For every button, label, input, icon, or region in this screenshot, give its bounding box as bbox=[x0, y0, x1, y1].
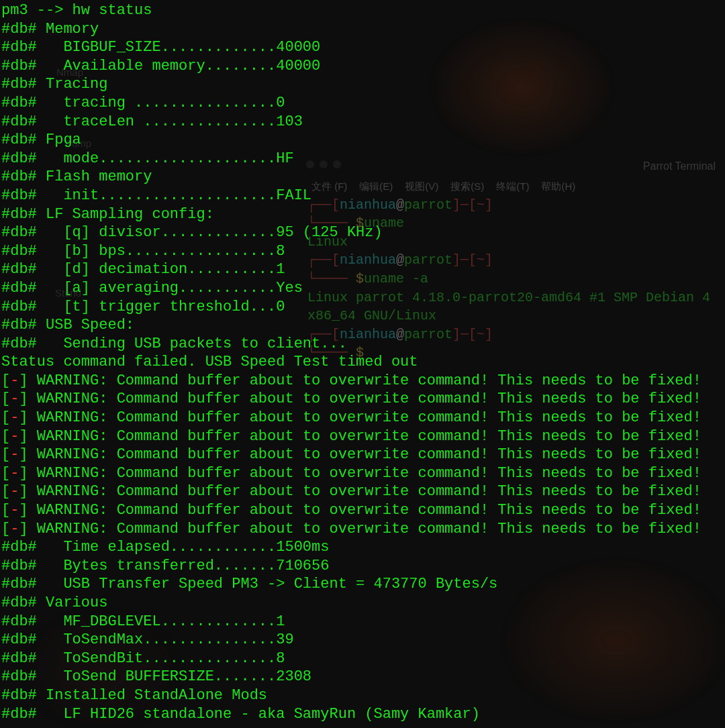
term-line: #db# LF HID26 standalone - aka SamyRun (… bbox=[1, 705, 702, 724]
term-line: #db# ToSendMax...............39 bbox=[1, 631, 702, 649]
term-line: [-] WARNING: Command buffer about to ove… bbox=[1, 427, 702, 446]
term-line: Status command failed. USB Speed Test ti… bbox=[1, 353, 702, 372]
foreground-terminal[interactable]: pm3 --> hw status#db# Memory#db# BIGBUF_… bbox=[1, 1, 702, 723]
term-line: #db# Sending USB packets to client... bbox=[1, 335, 702, 354]
term-line: #db# Fpga bbox=[1, 131, 702, 150]
term-line: #db# Flash memory bbox=[1, 168, 702, 187]
term-line: #db# mode....................HF bbox=[1, 150, 702, 168]
term-line: #db# Available memory........40000 bbox=[1, 57, 702, 76]
term-line: [-] WARNING: Command buffer about to ove… bbox=[1, 464, 702, 483]
term-line: #db# [a] averaging...........Yes bbox=[1, 279, 702, 298]
term-line: #db# Tracing bbox=[1, 75, 702, 94]
term-line: [-] WARNING: Command buffer about to ove… bbox=[1, 446, 702, 464]
term-line: #db# Memory bbox=[1, 20, 702, 39]
term-line: #db# ToSend BUFFERSIZE.......2308 bbox=[1, 668, 702, 686]
term-line: #db# init....................FAIL bbox=[1, 187, 702, 205]
term-line: #db# MF_DBGLEVEL.............1 bbox=[1, 613, 702, 631]
term-line: #db# traceLen ...............103 bbox=[1, 113, 702, 132]
term-line: [-] WARNING: Command buffer about to ove… bbox=[1, 409, 702, 427]
term-line: [-] WARNING: Command buffer about to ove… bbox=[1, 520, 702, 539]
term-line: pm3 --> hw status bbox=[1, 1, 702, 20]
term-line: #db# BIGBUF_SIZE.............40000 bbox=[1, 38, 702, 57]
term-line: #db# LF Sampling config: bbox=[1, 205, 702, 224]
term-line: #db# [t] trigger threshold...0 bbox=[1, 298, 702, 317]
term-line: #db# ToSendBit...............8 bbox=[1, 649, 702, 668]
term-line: #db# tracing ................0 bbox=[1, 94, 702, 113]
term-line: [-] WARNING: Command buffer about to ove… bbox=[1, 390, 702, 409]
term-line: #db# Various bbox=[1, 594, 702, 613]
term-line: #db# USB Speed: bbox=[1, 316, 702, 335]
term-line: [-] WARNING: Command buffer about to ove… bbox=[1, 372, 702, 391]
term-line: #db# USB Transfer Speed PM3 -> Client = … bbox=[1, 575, 702, 594]
term-line: #db# [d] decimation..........1 bbox=[1, 260, 702, 279]
term-line: #db# Installed StandAlone Mods bbox=[1, 686, 702, 705]
term-line: [-] WARNING: Command buffer about to ove… bbox=[1, 482, 702, 501]
term-line: #db# Time elapsed............1500ms bbox=[1, 538, 702, 557]
term-line: #db# [q] divisor.............95 (125 KHz… bbox=[1, 223, 702, 242]
term-line: #db# [b] bps.................8 bbox=[1, 242, 702, 261]
term-line: #db# Bytes transferred.......710656 bbox=[1, 557, 702, 576]
term-line: [-] WARNING: Command buffer about to ove… bbox=[1, 501, 702, 520]
